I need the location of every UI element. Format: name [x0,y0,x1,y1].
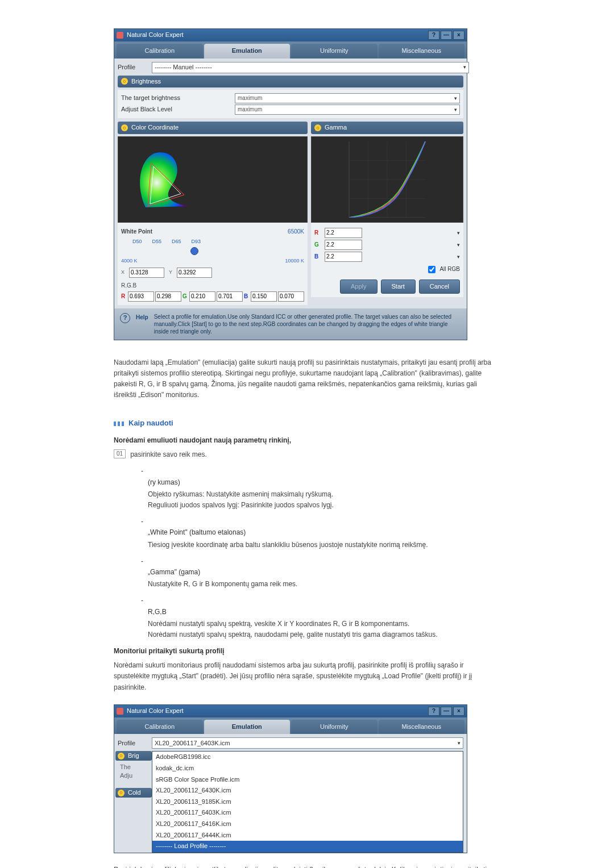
minimize-icon[interactable]: — [441,31,452,40]
profile-option[interactable]: sRGB Color Space Profile.icm [152,774,463,786]
list-item: „White Point" (baltumo etalonas) Tiesiog… [148,516,500,550]
brightness-title: Brightness [131,77,161,87]
profile-label: Profile [118,738,152,749]
gamma-r-input[interactable] [325,228,362,238]
wp-x-label: X [121,268,125,276]
whitepoint-title: White Point [121,227,152,236]
target-brightness-select[interactable]: maximum [235,93,460,103]
profile-option[interactable]: XL20_2006117_6444K.icm [152,830,463,841]
tab-emulation[interactable]: Emulation [204,720,291,735]
list-item: R,G,B Norėdami nustatyti spalvų spektrą,… [148,595,500,640]
tab-calibration[interactable]: Calibration [117,720,203,735]
profile-option[interactable]: XL20_2006117_6403K.icm [152,807,463,819]
r-y-input[interactable] [155,291,181,302]
g-x-input[interactable] [189,291,215,302]
cie-diagram[interactable] [118,136,308,223]
scale-max: 10000 K [285,257,304,265]
gamma-g-input[interactable] [325,240,362,250]
ghost-cold: Cold [128,788,141,797]
help-icon[interactable]: ? [428,31,439,40]
tab-miscellaneous[interactable]: Miscellaneous [379,720,465,735]
all-rgb-checkbox[interactable] [428,266,435,273]
d65-label: D65 [172,237,181,245]
section-title: Kaip naudoti [114,418,500,429]
cancel-button[interactable]: Cancel [419,279,460,294]
brightness-header[interactable]: ○ Brightness [118,76,463,88]
close-icon[interactable]: × [453,31,464,40]
chevron-down-icon[interactable] [364,229,460,237]
app-icon [117,32,123,39]
ghost-brightness: Brig [128,752,139,760]
help-icon[interactable]: ? [428,707,439,716]
tab-miscellaneous[interactable]: Miscellaneous [379,44,465,59]
tab-calibration[interactable]: Calibration [117,44,203,59]
wp-y-input[interactable] [177,268,212,278]
profile-option[interactable]: AdobeRGB1998.icc [152,752,463,763]
b-y-input[interactable] [278,291,304,302]
gamma-title: Gamma [325,123,347,133]
colorcoord-title: Color Coordinate [131,123,179,133]
start-button[interactable]: Start [381,279,416,294]
help-circle-icon: ? [120,313,130,323]
nce-window-emulation: Natural Color Expert ? — × Calibration E… [114,28,467,340]
profile-label: Profile [118,62,152,73]
close-icon[interactable]: × [453,707,464,716]
g-y-input[interactable] [217,291,243,302]
b-x-input[interactable] [251,291,277,302]
apply-button[interactable]: Apply [340,279,377,294]
tab-row: Calibration Emulation Uniformity Miscell… [114,41,467,59]
d50-label: D50 [132,237,142,245]
profile-dropdown-list[interactable]: AdobeRGB1998.icc kodak_dc.icm sRGB Color… [152,751,463,852]
list-item: „Gamma" (gama) Nustatykite R, G ir B kom… [148,556,500,590]
app-icon [117,708,123,715]
profile-option[interactable]: XL20_2006117_6416K.icm [152,819,463,830]
subtitle-apply-profile: Monitoriui pritaikyti sukurtą profilį [114,646,500,657]
whitepoint-kelvin: 6500K [288,227,304,236]
paragraph-1: Naudodami lapą „Emulation" (emuliacija) … [114,357,500,401]
window-title: Natural Color Expert [127,30,184,40]
tab-uniformity[interactable]: Uniformity [291,720,377,735]
paragraph-3: Pasirinkdami profilį, kuriam jau atlikot… [114,865,500,868]
colorcoord-header[interactable]: ○ Color Coordinate [118,122,308,134]
tab-row: Calibration Emulation Uniformity Miscell… [114,717,467,735]
paragraph-2: Norėdami sukurti monitoriaus profilį nau… [114,660,500,693]
step-number: 01 [114,449,126,458]
cie-gamut-svg [134,151,202,213]
collapse-icon: ○ [121,78,128,85]
help-text: Select a profile for emulation.Use only … [154,313,461,335]
r-x-input[interactable] [128,291,154,302]
collapse-icon: ○ [121,124,128,131]
profile-select[interactable]: -------- Manuel -------- ▾ [152,62,469,73]
black-level-select[interactable]: maximum [235,105,460,115]
subtitle-new-params: Norėdami emuliuoti naudojant naują param… [114,435,500,446]
title-bar[interactable]: Natural Color Expert ? — × [114,29,467,41]
tab-uniformity[interactable]: Uniformity [291,44,377,59]
collapse-icon: ○ [314,124,321,131]
profile-selected-value: -------- Manuel -------- [155,62,212,73]
whitepoint-slider[interactable] [121,247,304,254]
collapse-icon: ○ [118,753,125,760]
gamma-b-input[interactable] [325,252,362,262]
wp-x-input[interactable] [129,268,164,278]
collapse-icon: ○ [118,790,125,796]
profile-option[interactable]: XL20_2006112_6430K.icm [152,785,463,796]
tab-emulation[interactable]: Emulation [204,44,291,59]
profile-option-load[interactable]: -------- Load Profile -------- [152,841,463,852]
minimize-icon[interactable]: — [441,707,452,716]
step-text: pasirinkite savo reik mes. [130,449,207,460]
chevron-down-icon[interactable] [364,253,460,261]
slider-thumb-icon[interactable] [190,247,198,255]
profile-select[interactable]: XL20_2006117_6403K.icm ▾ [152,737,463,749]
ghost-adju: Adju [115,771,152,780]
help-bar: ? Help Select a profile for emulation.Us… [114,308,467,340]
window-title: Natural Color Expert [127,706,184,716]
rgb-title: R.G.B [121,281,304,290]
chevron-down-icon[interactable] [364,241,460,249]
gamma-header[interactable]: ○ Gamma [311,122,463,134]
profile-selected-value: XL20_2006117_6403K.icm [155,738,230,749]
all-rgb-label: All RGB [439,265,460,274]
profile-option[interactable]: XL20_2006113_9185K.icm [152,796,463,808]
profile-option[interactable]: kodak_dc.icm [152,763,463,774]
target-brightness-label: The target brightness [121,93,235,103]
title-bar[interactable]: Natural Color Expert ? — × [114,705,467,717]
